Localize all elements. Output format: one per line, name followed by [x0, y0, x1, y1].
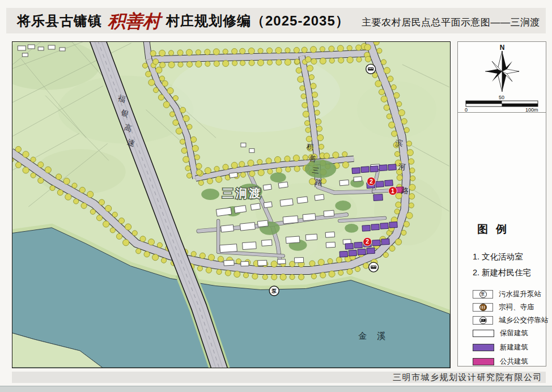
- tree-icon: [236, 259, 241, 264]
- tree-cluster: [335, 201, 351, 211]
- tree-icon: [57, 190, 63, 195]
- tree-icon: [267, 60, 272, 65]
- tree-icon: [148, 79, 155, 86]
- tree-icon: [320, 46, 325, 52]
- tree-icon: [150, 50, 156, 56]
- retained-building: [264, 202, 272, 208]
- tree-icon: [162, 80, 168, 86]
- tree-icon: [394, 151, 400, 156]
- tree-icon: [384, 105, 389, 110]
- tree-icon: [252, 274, 258, 279]
- tree-icon: [240, 172, 245, 177]
- tree-icon: [23, 151, 29, 157]
- new-building: [380, 223, 388, 229]
- tree-icon: [160, 62, 165, 68]
- tree-icon: [409, 184, 415, 190]
- tree-icon: [231, 162, 237, 168]
- new-building: [376, 181, 384, 188]
- tree-icon: [223, 60, 229, 66]
- tree-icon: [267, 169, 273, 174]
- retained-building: [230, 172, 238, 178]
- legend-title: 图例: [477, 222, 541, 237]
- tree-icon: [389, 122, 395, 128]
- tree-icon: [15, 162, 21, 168]
- tree-icon: [309, 75, 314, 80]
- tree-icon: [356, 57, 362, 62]
- village-name-red: 积善村: [108, 12, 160, 30]
- tree-icon: [15, 146, 21, 152]
- legend-symbol-rows: 泵 污水提升泵站 宗祠、寺庙 城乡公交停靠站 保留建筑 新建建筑: [473, 289, 541, 367]
- retained-building: [305, 234, 317, 240]
- tree-icon: [410, 176, 415, 181]
- new-building: [370, 166, 379, 172]
- tree-icon: [319, 144, 324, 149]
- tree-icon: [232, 49, 237, 54]
- bus-stop-icon: [473, 316, 493, 325]
- tree-icon: [72, 183, 77, 188]
- tree-icon: [311, 274, 316, 279]
- retained-building: [263, 184, 271, 190]
- retained-building: [261, 240, 272, 246]
- scalebar-seg2: [502, 104, 538, 106]
- tree-icon: [249, 60, 254, 66]
- tree-icon: [205, 61, 210, 66]
- tree-icon: [285, 156, 290, 161]
- retained-building: [60, 48, 65, 51]
- page: 将乐县古镛镇 积善村 村庄规划修编（2025-2035） 主要农村居民点总平面示…: [0, 0, 552, 392]
- tree-icon: [196, 163, 202, 169]
- tree-icon: [333, 152, 339, 158]
- tree-icon: [158, 95, 164, 100]
- tree-icon: [125, 224, 131, 230]
- map-place-label: 金 溪: [358, 331, 389, 340]
- tree-icon: [355, 267, 360, 272]
- retained-building: [249, 148, 254, 152]
- new-building: [379, 165, 388, 171]
- legend-label-temple: 宗祠、寺庙: [499, 302, 534, 312]
- retained-building: [22, 53, 28, 57]
- map-road-label: 路: [315, 178, 322, 187]
- tree-icon: [90, 209, 95, 214]
- retained-building: [241, 143, 246, 147]
- tree-icon: [347, 45, 352, 50]
- legend-row-pump-station: 泵 污水提升泵站: [473, 289, 541, 299]
- new-building: [372, 240, 380, 246]
- tree-icon: [336, 257, 342, 263]
- sheet-subtitle: 主要农村居民点总平面示意图——三涧渡: [362, 16, 540, 30]
- new-building: [362, 225, 370, 232]
- retained-building: [315, 194, 324, 201]
- tree-icon: [392, 131, 397, 137]
- tree-icon: [169, 112, 175, 117]
- tree-icon: [218, 256, 223, 262]
- tree-icon: [313, 101, 319, 107]
- retained-building: [18, 46, 26, 50]
- tree-icon: [31, 157, 36, 162]
- tree-icon: [307, 65, 313, 71]
- tree-icon: [394, 92, 400, 98]
- tree-icon: [394, 209, 400, 214]
- tree-icon: [99, 199, 104, 205]
- tree-icon: [305, 57, 311, 62]
- retained-building: [294, 257, 303, 263]
- tree-icon: [364, 44, 371, 50]
- tree-icon: [248, 48, 254, 54]
- tree-icon: [320, 272, 326, 278]
- tree-icon: [191, 252, 196, 257]
- tree-icon: [315, 110, 320, 115]
- new-building: [388, 164, 397, 171]
- tree-icon: [404, 221, 409, 227]
- retained-building: [339, 180, 349, 185]
- tree-icon: [316, 119, 321, 125]
- tree-icon: [324, 153, 329, 159]
- tree-icon: [96, 215, 102, 221]
- tree-icon: [311, 58, 317, 64]
- new-building: [354, 242, 362, 248]
- tree-icon: [383, 252, 388, 257]
- tree-icon: [381, 59, 386, 65]
- tree-icon: [103, 221, 109, 227]
- tree-icon: [302, 103, 308, 108]
- bus-stop-icon: [371, 266, 376, 269]
- retained-building: [324, 210, 334, 216]
- tree-icon: [153, 59, 159, 65]
- tree-icon: [81, 203, 87, 208]
- tree-icon: [56, 174, 62, 180]
